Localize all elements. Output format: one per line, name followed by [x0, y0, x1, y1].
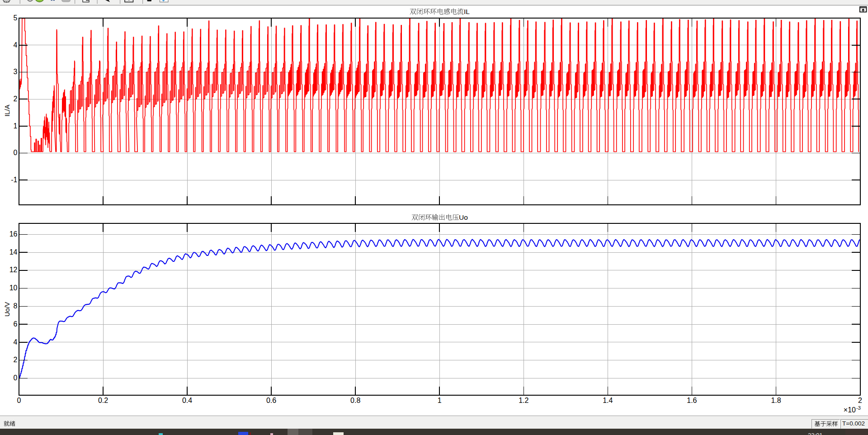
- svg-text:4: 4: [14, 338, 18, 346]
- svg-text:16: 16: [9, 230, 18, 238]
- svg-text:8: 8: [14, 302, 18, 310]
- svg-text:1: 1: [14, 122, 18, 130]
- svg-text:-1: -1: [11, 176, 17, 184]
- svg-text:×10: ×10: [844, 406, 856, 414]
- svg-text:IL/A: IL/A: [4, 104, 11, 116]
- svg-text:1.8: 1.8: [771, 397, 781, 404]
- svg-text:3: 3: [14, 68, 18, 76]
- svg-text:0.2: 0.2: [98, 397, 108, 404]
- svg-text:2: 2: [14, 356, 18, 364]
- svg-text:14: 14: [9, 248, 18, 256]
- svg-text:-3: -3: [856, 405, 861, 411]
- svg-text:0.6: 0.6: [266, 397, 276, 404]
- svg-text:2: 2: [14, 95, 18, 103]
- svg-text:0.8: 0.8: [350, 397, 360, 404]
- svg-text:10: 10: [9, 284, 18, 292]
- svg-text:12: 12: [9, 266, 18, 274]
- svg-text:1.2: 1.2: [519, 397, 528, 404]
- svg-text:2: 2: [858, 397, 862, 404]
- svg-text:1.4: 1.4: [603, 397, 613, 404]
- svg-text:1: 1: [438, 397, 442, 404]
- svg-text:6: 6: [14, 320, 18, 328]
- svg-text:IL: IL: [464, 8, 470, 15]
- svg-text:4: 4: [14, 41, 18, 49]
- svg-text:1.6: 1.6: [687, 397, 697, 404]
- svg-text:Uo: Uo: [459, 213, 468, 221]
- svg-text:0.4: 0.4: [182, 397, 192, 404]
- svg-text:0: 0: [17, 397, 21, 404]
- svg-text:0: 0: [14, 149, 18, 156]
- svg-text:Uo/V: Uo/V: [4, 302, 11, 317]
- svg-text:0: 0: [14, 374, 18, 382]
- svg-text:5: 5: [14, 14, 18, 22]
